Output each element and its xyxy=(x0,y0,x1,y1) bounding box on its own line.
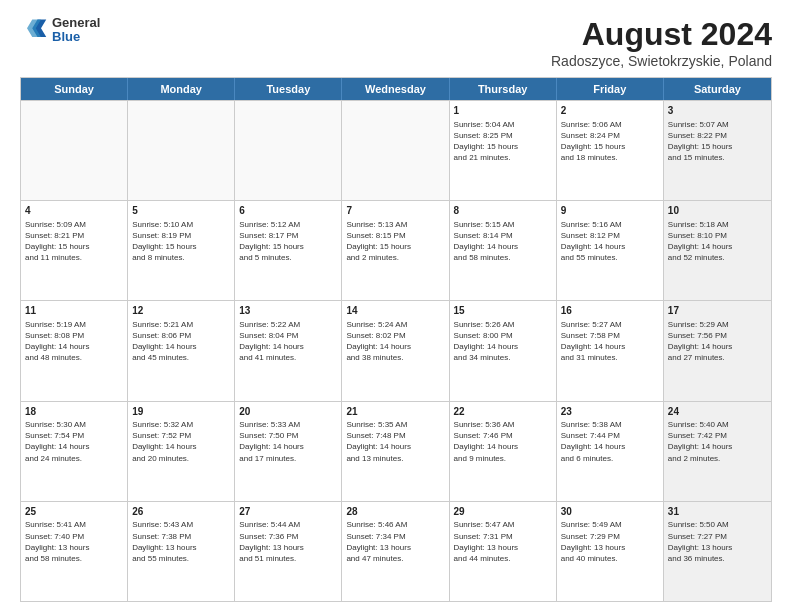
cal-cell-12: 12Sunrise: 5:21 AM Sunset: 8:06 PM Dayli… xyxy=(128,301,235,400)
day-number: 24 xyxy=(668,405,767,419)
cal-cell-3: 3Sunrise: 5:07 AM Sunset: 8:22 PM Daylig… xyxy=(664,101,771,200)
day-info: Sunrise: 5:41 AM Sunset: 7:40 PM Dayligh… xyxy=(25,519,123,564)
day-number: 7 xyxy=(346,204,444,218)
logo-icon xyxy=(20,16,48,44)
day-info: Sunrise: 5:50 AM Sunset: 7:27 PM Dayligh… xyxy=(668,519,767,564)
day-number: 29 xyxy=(454,505,552,519)
day-info: Sunrise: 5:47 AM Sunset: 7:31 PM Dayligh… xyxy=(454,519,552,564)
header-day-saturday: Saturday xyxy=(664,78,771,100)
day-info: Sunrise: 5:18 AM Sunset: 8:10 PM Dayligh… xyxy=(668,219,767,264)
cal-cell-1: 1Sunrise: 5:04 AM Sunset: 8:25 PM Daylig… xyxy=(450,101,557,200)
day-info: Sunrise: 5:13 AM Sunset: 8:15 PM Dayligh… xyxy=(346,219,444,264)
day-info: Sunrise: 5:44 AM Sunset: 7:36 PM Dayligh… xyxy=(239,519,337,564)
cal-cell-18: 18Sunrise: 5:30 AM Sunset: 7:54 PM Dayli… xyxy=(21,402,128,501)
logo-text: General Blue xyxy=(52,16,100,45)
page: General Blue August 2024 Radoszyce, Swie… xyxy=(0,0,792,612)
calendar-row-0: 1Sunrise: 5:04 AM Sunset: 8:25 PM Daylig… xyxy=(21,100,771,200)
day-number: 10 xyxy=(668,204,767,218)
cal-cell-20: 20Sunrise: 5:33 AM Sunset: 7:50 PM Dayli… xyxy=(235,402,342,501)
header-day-thursday: Thursday xyxy=(450,78,557,100)
day-number: 5 xyxy=(132,204,230,218)
cal-cell-15: 15Sunrise: 5:26 AM Sunset: 8:00 PM Dayli… xyxy=(450,301,557,400)
day-info: Sunrise: 5:06 AM Sunset: 8:24 PM Dayligh… xyxy=(561,119,659,164)
day-info: Sunrise: 5:38 AM Sunset: 7:44 PM Dayligh… xyxy=(561,419,659,464)
day-number: 6 xyxy=(239,204,337,218)
day-info: Sunrise: 5:12 AM Sunset: 8:17 PM Dayligh… xyxy=(239,219,337,264)
day-number: 11 xyxy=(25,304,123,318)
day-number: 13 xyxy=(239,304,337,318)
cal-cell-25: 25Sunrise: 5:41 AM Sunset: 7:40 PM Dayli… xyxy=(21,502,128,601)
day-info: Sunrise: 5:43 AM Sunset: 7:38 PM Dayligh… xyxy=(132,519,230,564)
cal-cell-empty-0-2 xyxy=(235,101,342,200)
cal-cell-17: 17Sunrise: 5:29 AM Sunset: 7:56 PM Dayli… xyxy=(664,301,771,400)
cal-cell-5: 5Sunrise: 5:10 AM Sunset: 8:19 PM Daylig… xyxy=(128,201,235,300)
cal-cell-31: 31Sunrise: 5:50 AM Sunset: 7:27 PM Dayli… xyxy=(664,502,771,601)
day-info: Sunrise: 5:26 AM Sunset: 8:00 PM Dayligh… xyxy=(454,319,552,364)
day-number: 19 xyxy=(132,405,230,419)
day-info: Sunrise: 5:30 AM Sunset: 7:54 PM Dayligh… xyxy=(25,419,123,464)
cal-cell-21: 21Sunrise: 5:35 AM Sunset: 7:48 PM Dayli… xyxy=(342,402,449,501)
logo: General Blue xyxy=(20,16,100,45)
cal-cell-16: 16Sunrise: 5:27 AM Sunset: 7:58 PM Dayli… xyxy=(557,301,664,400)
calendar-row-2: 11Sunrise: 5:19 AM Sunset: 8:08 PM Dayli… xyxy=(21,300,771,400)
day-number: 27 xyxy=(239,505,337,519)
day-number: 16 xyxy=(561,304,659,318)
day-info: Sunrise: 5:27 AM Sunset: 7:58 PM Dayligh… xyxy=(561,319,659,364)
cal-cell-23: 23Sunrise: 5:38 AM Sunset: 7:44 PM Dayli… xyxy=(557,402,664,501)
day-info: Sunrise: 5:33 AM Sunset: 7:50 PM Dayligh… xyxy=(239,419,337,464)
day-info: Sunrise: 5:36 AM Sunset: 7:46 PM Dayligh… xyxy=(454,419,552,464)
day-info: Sunrise: 5:10 AM Sunset: 8:19 PM Dayligh… xyxy=(132,219,230,264)
cal-cell-28: 28Sunrise: 5:46 AM Sunset: 7:34 PM Dayli… xyxy=(342,502,449,601)
day-number: 12 xyxy=(132,304,230,318)
day-info: Sunrise: 5:29 AM Sunset: 7:56 PM Dayligh… xyxy=(668,319,767,364)
day-info: Sunrise: 5:07 AM Sunset: 8:22 PM Dayligh… xyxy=(668,119,767,164)
cal-cell-empty-0-1 xyxy=(128,101,235,200)
calendar-row-4: 25Sunrise: 5:41 AM Sunset: 7:40 PM Dayli… xyxy=(21,501,771,601)
cal-cell-30: 30Sunrise: 5:49 AM Sunset: 7:29 PM Dayli… xyxy=(557,502,664,601)
cal-cell-22: 22Sunrise: 5:36 AM Sunset: 7:46 PM Dayli… xyxy=(450,402,557,501)
calendar-row-1: 4Sunrise: 5:09 AM Sunset: 8:21 PM Daylig… xyxy=(21,200,771,300)
cal-cell-29: 29Sunrise: 5:47 AM Sunset: 7:31 PM Dayli… xyxy=(450,502,557,601)
day-number: 30 xyxy=(561,505,659,519)
cal-cell-empty-0-0 xyxy=(21,101,128,200)
day-number: 31 xyxy=(668,505,767,519)
day-number: 17 xyxy=(668,304,767,318)
day-number: 8 xyxy=(454,204,552,218)
main-title: August 2024 xyxy=(551,16,772,53)
day-number: 3 xyxy=(668,104,767,118)
day-info: Sunrise: 5:35 AM Sunset: 7:48 PM Dayligh… xyxy=(346,419,444,464)
day-info: Sunrise: 5:04 AM Sunset: 8:25 PM Dayligh… xyxy=(454,119,552,164)
day-info: Sunrise: 5:19 AM Sunset: 8:08 PM Dayligh… xyxy=(25,319,123,364)
cal-cell-9: 9Sunrise: 5:16 AM Sunset: 8:12 PM Daylig… xyxy=(557,201,664,300)
cal-cell-empty-0-3 xyxy=(342,101,449,200)
day-number: 4 xyxy=(25,204,123,218)
subtitle: Radoszyce, Swietokrzyskie, Poland xyxy=(551,53,772,69)
day-number: 14 xyxy=(346,304,444,318)
header-day-tuesday: Tuesday xyxy=(235,78,342,100)
day-number: 25 xyxy=(25,505,123,519)
title-block: August 2024 Radoszyce, Swietokrzyskie, P… xyxy=(551,16,772,69)
day-number: 28 xyxy=(346,505,444,519)
logo-line2: Blue xyxy=(52,30,100,44)
cal-cell-7: 7Sunrise: 5:13 AM Sunset: 8:15 PM Daylig… xyxy=(342,201,449,300)
calendar-header: SundayMondayTuesdayWednesdayThursdayFrid… xyxy=(21,78,771,100)
day-info: Sunrise: 5:21 AM Sunset: 8:06 PM Dayligh… xyxy=(132,319,230,364)
day-info: Sunrise: 5:22 AM Sunset: 8:04 PM Dayligh… xyxy=(239,319,337,364)
day-info: Sunrise: 5:49 AM Sunset: 7:29 PM Dayligh… xyxy=(561,519,659,564)
logo-line1: General xyxy=(52,16,100,30)
calendar-body: 1Sunrise: 5:04 AM Sunset: 8:25 PM Daylig… xyxy=(21,100,771,601)
header-day-monday: Monday xyxy=(128,78,235,100)
day-number: 9 xyxy=(561,204,659,218)
header-day-friday: Friday xyxy=(557,78,664,100)
cal-cell-6: 6Sunrise: 5:12 AM Sunset: 8:17 PM Daylig… xyxy=(235,201,342,300)
header-day-wednesday: Wednesday xyxy=(342,78,449,100)
header-day-sunday: Sunday xyxy=(21,78,128,100)
cal-cell-19: 19Sunrise: 5:32 AM Sunset: 7:52 PM Dayli… xyxy=(128,402,235,501)
day-info: Sunrise: 5:16 AM Sunset: 8:12 PM Dayligh… xyxy=(561,219,659,264)
day-number: 20 xyxy=(239,405,337,419)
header: General Blue August 2024 Radoszyce, Swie… xyxy=(20,16,772,69)
cal-cell-27: 27Sunrise: 5:44 AM Sunset: 7:36 PM Dayli… xyxy=(235,502,342,601)
day-info: Sunrise: 5:15 AM Sunset: 8:14 PM Dayligh… xyxy=(454,219,552,264)
cal-cell-13: 13Sunrise: 5:22 AM Sunset: 8:04 PM Dayli… xyxy=(235,301,342,400)
cal-cell-26: 26Sunrise: 5:43 AM Sunset: 7:38 PM Dayli… xyxy=(128,502,235,601)
